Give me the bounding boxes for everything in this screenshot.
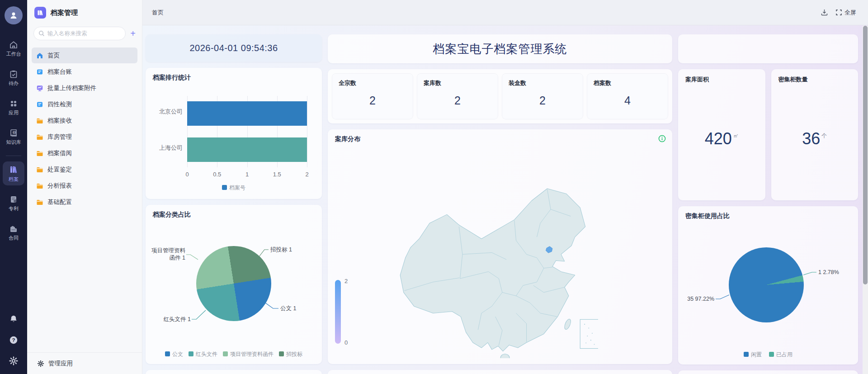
user-avatar[interactable] <box>5 6 23 24</box>
rail-item-knowledge[interactable]: AI 知识库 <box>3 125 24 148</box>
bar-shanghai[interactable] <box>187 137 307 162</box>
chart-title: 密集柜使用占比 <box>685 212 730 220</box>
chart-upload-icon <box>36 85 43 92</box>
dashboard-col-center: 档案宝电子档案管理系统 全宗数 2 案库数 2 装盒数 2 <box>328 34 672 374</box>
stats-row: 全宗数 2 案库数 2 装盒数 2 档案数 4 <box>328 69 672 123</box>
patent-doc-icon <box>9 195 18 204</box>
legend-swatch <box>769 352 774 357</box>
cabinet-usage-card: 密集柜使用占比 1 2.78% 35 97.22% 闲置 已占用 <box>678 206 858 365</box>
kpi-unit: 个 <box>821 132 827 140</box>
legend-swatch <box>744 352 749 357</box>
folder-icon <box>36 166 43 173</box>
next-card-peek <box>678 370 858 374</box>
add-button[interactable]: + <box>130 29 136 38</box>
x-axis-ticks: 0 0.5 1 1.5 2 <box>187 171 307 178</box>
bell-icon[interactable] <box>9 314 19 324</box>
legend-swatch <box>189 351 193 356</box>
datetime-text: 2026-04-01 09:54:36 <box>189 43 278 53</box>
primary-rail: 工作台 待办 应用 AI 知识库 档案 专利 合同 ? <box>0 0 27 374</box>
folder-icon <box>36 117 43 124</box>
help-icon[interactable]: ? <box>9 335 19 345</box>
settings-gear-icon[interactable] <box>9 356 19 366</box>
pie-callout: 1 2.78% <box>818 269 839 276</box>
manage-apps-button[interactable]: 管理应用 <box>27 352 142 374</box>
legend-label: 档案号 <box>229 185 245 191</box>
scrollbar-thumb[interactable] <box>863 26 868 284</box>
stat-label: 全宗数 <box>339 79 406 87</box>
vertical-scrollbar[interactable] <box>863 26 868 374</box>
rail-item-patent[interactable]: 专利 <box>3 192 24 215</box>
gear-icon <box>37 360 44 367</box>
fullscreen-button[interactable]: 全屏 <box>835 9 856 17</box>
download-icon[interactable] <box>821 9 828 16</box>
rail-item-contract[interactable]: 合同 <box>3 221 24 244</box>
chart-title: 案库分布 <box>335 135 360 143</box>
category-pie[interactable] <box>196 246 271 321</box>
china-map[interactable] <box>386 178 598 358</box>
legend-item: 项目管理资料函件 <box>223 350 274 358</box>
contract-folder-icon <box>9 224 18 233</box>
pie-callout: 红头文件 1 <box>157 316 191 323</box>
pie-legend[interactable]: 闲置 已占用 <box>678 351 858 359</box>
document-icon <box>36 68 43 76</box>
sidebar-item-batch-upload[interactable]: 批量上传档案附件 <box>32 80 137 96</box>
bar-beijing[interactable] <box>187 101 307 126</box>
rail-item-todo[interactable]: 待办 <box>3 66 24 90</box>
sidebar-item-borrow[interactable]: 档案借阅 <box>32 145 137 161</box>
rail-item-archive[interactable]: 档案 <box>3 161 24 185</box>
datetime-card: 2026-04-01 09:54:36 <box>146 34 322 62</box>
sidebar-search-row: + <box>27 27 142 47</box>
cabinet-count-card: 密集柜数量 36个 <box>771 69 859 200</box>
next-card-peek <box>328 370 672 374</box>
sidebar-item-disposal[interactable]: 处置鉴定 <box>32 161 137 177</box>
visualmap-gradient-bar[interactable] <box>335 280 341 344</box>
folder-icon <box>36 150 43 157</box>
visualmap-min: 0 <box>344 339 348 346</box>
legend-label: 闲置 <box>751 351 762 358</box>
folder-icon <box>36 182 43 189</box>
sidebar-item-label: 处置鉴定 <box>47 166 72 174</box>
legend-item: 闲置 <box>744 351 762 359</box>
search-input[interactable] <box>47 30 102 37</box>
folder-icon <box>36 199 43 206</box>
sidebar-item-home[interactable]: 首页 <box>32 47 137 63</box>
sidebar-title: 档案管理 <box>51 9 78 17</box>
sidebar-item-label: 首页 <box>47 52 60 60</box>
system-title: 档案宝电子档案管理系统 <box>433 41 567 57</box>
usage-pie[interactable] <box>729 247 804 322</box>
rail-item-workbench[interactable]: 工作台 <box>3 37 24 60</box>
legend-item: 已占用 <box>769 351 793 359</box>
pie-legend[interactable]: 公文 红头文件 项目管理资料函件 招投标 <box>146 350 322 358</box>
info-icon[interactable] <box>658 135 666 142</box>
legend-label: 项目管理资料函件 <box>230 351 274 357</box>
sidebar-menu: 首页 档案台账 批量上传档案附件 四性检测 档案接收 库房管理 <box>27 47 142 352</box>
tab-home[interactable]: 首页 <box>152 9 164 17</box>
legend-label: 公文 <box>172 351 183 357</box>
legend-swatch <box>279 351 284 356</box>
sidebar-item-storeroom[interactable]: 库房管理 <box>32 129 137 145</box>
stat-fonds: 全宗数 2 <box>332 74 413 119</box>
south-china-sea-inset <box>580 319 598 348</box>
sidebar-item-label: 档案台账 <box>47 68 72 76</box>
sidebar-item-label: 库房管理 <box>47 133 72 141</box>
sidebar-item-config[interactable]: 基础配置 <box>32 194 137 210</box>
rail-item-apps[interactable]: 应用 <box>3 96 24 119</box>
archive-category-card: 档案分类占比 公文 1 红头文件 1 项目管理资料函件 1 招投标 1 公文 红 <box>146 205 322 364</box>
legend-label: 已占用 <box>776 351 793 358</box>
chart-title: 档案分类占比 <box>153 211 191 219</box>
sidebar-item-four-check[interactable]: 四性检测 <box>32 96 137 112</box>
sidebar-item-reports[interactable]: 分析报表 <box>32 178 137 194</box>
next-card-peek <box>146 370 322 374</box>
stat-value: 2 <box>509 87 576 114</box>
rail-bottom-group: ? <box>9 314 19 374</box>
sidebar-item-label: 四性检测 <box>47 100 72 109</box>
svg-text:?: ? <box>12 337 15 343</box>
bar-legend[interactable]: 档案号 <box>146 184 322 192</box>
sidebar-item-receive[interactable]: 档案接收 <box>32 113 137 128</box>
rail-label: 专利 <box>9 205 19 212</box>
search-box[interactable] <box>33 27 126 40</box>
visualmap-max: 2 <box>344 278 348 284</box>
sidebar-item-ledger[interactable]: 档案台账 <box>32 64 137 80</box>
legend-label: 红头文件 <box>196 351 217 357</box>
stat-boxes: 装盒数 2 <box>502 74 583 119</box>
